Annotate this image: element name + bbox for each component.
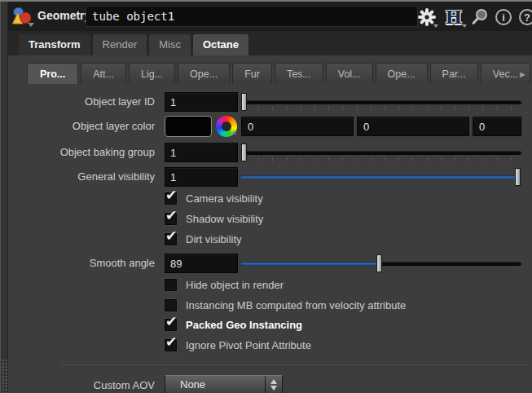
octane-parameters-panel: Pro... Att... Lig... Ope... Fur Tes... V… (8, 55, 532, 393)
spinner-up-icon (270, 379, 277, 384)
color-wheel-hole (222, 121, 231, 131)
param-label: General visibility (16, 166, 155, 188)
ignore-pivot-point-checkbox[interactable]: ✔ (165, 339, 177, 351)
houdini-help-button[interactable]: H (443, 7, 464, 28)
pane-drag-grip-icon[interactable] (2, 359, 7, 393)
param-row-dirt-visibility: ✔ Dirt visibility (8, 233, 532, 246)
subtab-object-1[interactable]: Ope... (178, 63, 230, 84)
param-row-object-layer-color: Object layer color (8, 116, 532, 137)
color-r-input[interactable] (241, 117, 354, 136)
check-icon: ✔ (165, 188, 177, 202)
slider-handle[interactable] (376, 254, 382, 272)
slider-fill (241, 262, 381, 266)
folder-tab-bar: Transform Render Misc Octane (8, 31, 532, 55)
camera-visibility-checkbox[interactable]: ✔ (165, 192, 177, 205)
param-label: Object layer ID (16, 91, 155, 113)
help-glyph: ? (524, 11, 530, 24)
color-wheel-icon[interactable] (216, 116, 237, 137)
parameter-pane: Geometry H (0, 0, 532, 393)
instancing-mb-checkbox[interactable] (165, 299, 177, 311)
checkbox-label: Instancing MB computed from velocity att… (186, 299, 406, 312)
subtab-particles[interactable]: Par... (430, 63, 478, 84)
check-icon: ✔ (165, 335, 177, 349)
color-swatch[interactable] (165, 116, 212, 137)
subtab-fur[interactable]: Fur (232, 63, 272, 84)
param-label: Object baking group (16, 142, 155, 163)
general-visibility-slider[interactable] (241, 166, 521, 188)
subtab-properties[interactable]: Pro... (27, 63, 78, 84)
search-button[interactable] (469, 7, 490, 28)
slider-ticks (244, 157, 518, 161)
dropdown-spinner-icon[interactable] (265, 376, 282, 393)
slider-track[interactable] (241, 175, 521, 179)
object-baking-group-slider[interactable] (241, 142, 521, 163)
object-layer-id-input[interactable] (165, 92, 238, 112)
check-icon: ✔ (165, 209, 177, 223)
node-type-label: Geometry (37, 9, 90, 22)
slider-fill (241, 175, 521, 179)
checkbox-label: Camera visibility (186, 192, 263, 205)
subtab-volume[interactable]: Vol... (326, 63, 373, 84)
color-b-input[interactable] (473, 117, 521, 136)
general-visibility-input[interactable] (165, 167, 238, 187)
param-row-object-baking-group: Object baking group (8, 142, 532, 163)
houdini-logo-icon: H (446, 7, 463, 28)
checkbox-label: Packed Geo Instancing (186, 319, 302, 332)
node-menu-caret-icon[interactable] (28, 23, 34, 27)
param-row-shadow-visibility: ✔ Shadow visibility (8, 213, 532, 226)
node-name-input[interactable] (86, 6, 418, 27)
param-row-ignore-pivot-point: ✔ Ignore Pivot Point Attribute (8, 339, 532, 352)
color-g-input[interactable] (357, 117, 469, 136)
subtab-object-2[interactable]: Ope... (376, 63, 428, 84)
smooth-angle-slider[interactable] (241, 253, 521, 274)
check-icon: ✔ (165, 229, 177, 243)
checkbox-label: Hide object in render (186, 279, 284, 292)
info-button[interactable]: i (493, 7, 514, 28)
info-icon: i (495, 9, 512, 25)
slider-handle[interactable] (515, 168, 521, 186)
section-separator (61, 364, 528, 365)
hide-object-in-render-checkbox[interactable] (165, 279, 177, 291)
search-icon (470, 7, 490, 27)
slider-track[interactable] (241, 151, 521, 155)
custom-aov-dropdown[interactable]: None (165, 375, 283, 393)
octane-subtab-bar: Pro... Att... Lig... Ope... Fur Tes... V… (24, 61, 521, 84)
checkbox-label: Ignore Pivot Point Attribute (186, 339, 311, 352)
pane-left-gutter[interactable] (0, 2, 8, 393)
checkbox-label: Dirt visibility (186, 233, 242, 246)
gear-menu-button[interactable] (416, 7, 437, 28)
tab-transform[interactable]: Transform (19, 34, 90, 55)
slider-track[interactable] (241, 100, 521, 104)
param-label: Custom AOV (16, 373, 155, 393)
subtab-tessellation[interactable]: Tes... (275, 63, 323, 84)
tab-render[interactable]: Render (93, 34, 147, 55)
color-wheel-caret-icon (231, 131, 237, 137)
packed-geo-instancing-checkbox[interactable]: ✔ (165, 319, 177, 331)
subtab-attributes[interactable]: Att... (81, 63, 126, 84)
object-layer-id-slider[interactable] (241, 91, 521, 113)
houdini-menu-caret-icon (462, 24, 467, 28)
param-row-general-visibility: General visibility (8, 166, 532, 188)
param-row-object-layer-id: Object layer ID (8, 91, 532, 113)
spinner-down-icon (270, 386, 277, 391)
gear-menu-caret-icon (433, 24, 438, 28)
slider-handle[interactable] (241, 93, 247, 111)
param-row-smooth-angle: Smooth angle (8, 253, 532, 274)
slider-handle[interactable] (241, 144, 247, 161)
subtab-light[interactable]: Lig... (129, 63, 175, 84)
shadow-visibility-checkbox[interactable]: ✔ (165, 213, 177, 225)
info-glyph: i (502, 11, 505, 24)
subtab-scroll-right-icon[interactable]: ► (518, 69, 527, 79)
param-row-instancing-mb: Instancing MB computed from velocity att… (8, 299, 532, 312)
help-button[interactable]: ? (517, 7, 532, 28)
smooth-angle-input[interactable] (165, 254, 238, 273)
param-label: Object layer color (16, 116, 155, 137)
slider-ticks (244, 107, 518, 111)
tab-misc[interactable]: Misc (149, 34, 191, 55)
param-row-hide-object-in-render: Hide object in render (8, 279, 532, 292)
tab-octane[interactable]: Octane (193, 34, 248, 55)
dirt-visibility-checkbox[interactable]: ✔ (165, 233, 177, 245)
checkbox-label: Shadow visibility (186, 213, 263, 226)
param-label: Smooth angle (16, 253, 155, 274)
object-baking-group-input[interactable] (165, 143, 238, 162)
